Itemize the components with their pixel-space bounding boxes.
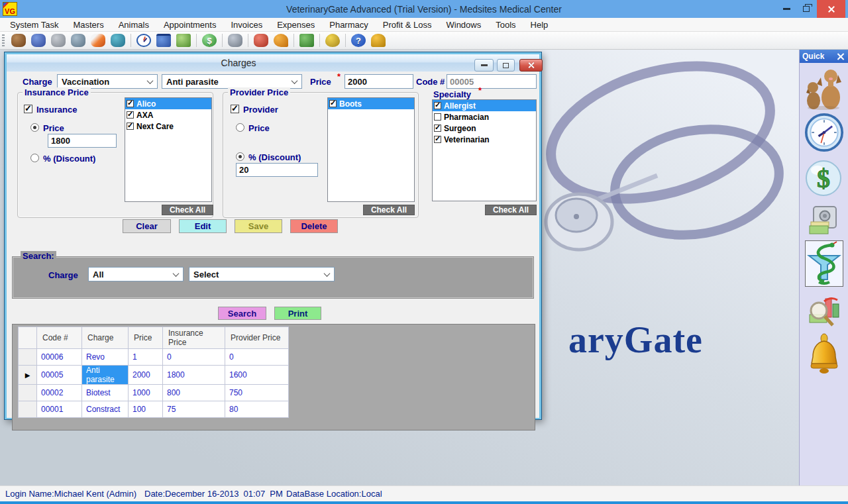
price-input[interactable]: [344, 74, 413, 89]
menu-windows[interactable]: Windows: [439, 18, 488, 32]
row-selector[interactable]: [19, 349, 37, 366]
dialog-minimize-button[interactable]: [474, 59, 494, 72]
menu-expenses[interactable]: Expenses: [270, 18, 322, 32]
search-category-dropdown[interactable]: All: [88, 267, 184, 281]
provider-discount-input[interactable]: [236, 163, 318, 177]
toolbar-separator: [319, 34, 320, 47]
expenses-safe-icon[interactable]: [808, 205, 839, 236]
list-item-veterinarian[interactable]: Veterinarian: [433, 134, 536, 145]
animals-icon[interactable]: [11, 34, 26, 47]
col-code[interactable]: Code #: [37, 327, 82, 349]
menu-masters[interactable]: Masters: [66, 18, 111, 32]
col-charge[interactable]: Charge: [82, 327, 129, 349]
help-icon[interactable]: ?: [351, 34, 366, 47]
quick-panel: Quick: [799, 50, 848, 485]
list-item-alico[interactable]: Alico: [125, 98, 211, 109]
pets-icon[interactable]: [805, 66, 843, 111]
table-row-selected[interactable]: ▶ 00005 Anti parasite 2000 1800 1600: [19, 366, 289, 385]
undo-icon[interactable]: [274, 34, 288, 47]
save-button[interactable]: Save: [235, 219, 282, 233]
code-input[interactable]: [447, 74, 537, 89]
checkbox-checked-icon[interactable]: [127, 123, 134, 130]
clients-icon[interactable]: [31, 34, 46, 47]
selected-row-marker[interactable]: ▶: [19, 366, 37, 385]
charge-name-dropdown[interactable]: Anti parasite: [162, 74, 302, 89]
reports-icon[interactable]: [299, 34, 314, 47]
invoice-icon[interactable]: [176, 34, 191, 47]
col-price[interactable]: Price: [129, 327, 163, 349]
list-item-next-care[interactable]: Next Care: [125, 121, 211, 132]
checkbox-checked-icon[interactable]: [434, 102, 441, 109]
list-item-surgeon[interactable]: Surgeon: [433, 123, 536, 134]
col-provider-price[interactable]: Provider Price: [225, 327, 289, 349]
menu-animals[interactable]: Animals: [111, 18, 156, 32]
menu-tools[interactable]: Tools: [488, 18, 523, 32]
menu-profit-loss[interactable]: Profit & Loss: [376, 18, 439, 32]
reminder-bell-icon[interactable]: [809, 333, 839, 374]
toolbar-grip[interactable]: [2, 34, 5, 46]
provider-check-all-button[interactable]: Check All: [363, 205, 415, 215]
appointments-clock-icon[interactable]: [804, 112, 844, 153]
search-button[interactable]: Search: [218, 307, 266, 320]
col-insurance-price[interactable]: Insurance Price: [163, 327, 225, 349]
expenses-icon[interactable]: [228, 34, 242, 47]
reminders-icon[interactable]: [325, 34, 340, 47]
print-button[interactable]: Print: [274, 307, 321, 320]
menu-pharmacy[interactable]: Pharmacy: [322, 18, 376, 32]
bell-icon[interactable]: [371, 34, 386, 47]
table-row[interactable]: 00006 Revo 1 0 0: [19, 349, 289, 366]
pet-care-icon[interactable]: [111, 34, 125, 47]
provider-discount-radio[interactable]: [236, 152, 244, 161]
menu-invoices[interactable]: Invoices: [223, 18, 270, 32]
medicine-icon[interactable]: [91, 34, 105, 47]
menu-system-task[interactable]: System Task: [3, 18, 66, 32]
list-item-axa[interactable]: AXA: [125, 109, 211, 121]
clock-icon[interactable]: [136, 34, 151, 47]
insurance-price-radio[interactable]: [30, 123, 39, 132]
status-date: Date:December 16-2013 01:07 PM: [144, 489, 283, 499]
edit-button[interactable]: Edit: [179, 219, 227, 233]
provider-price-radio[interactable]: [236, 123, 244, 132]
dialog-maximize-button[interactable]: [497, 59, 515, 72]
checkbox-checked-icon[interactable]: [434, 125, 441, 132]
row-selector[interactable]: [19, 385, 37, 401]
row-selector[interactable]: [19, 401, 37, 418]
window-minimize-button[interactable]: [776, 0, 796, 18]
table-row[interactable]: 00001 Constract 100 75 80: [19, 401, 289, 418]
menu-appointments[interactable]: Appointments: [156, 18, 224, 32]
window-close-button[interactable]: [817, 0, 845, 18]
checkbox-checked-icon[interactable]: [127, 111, 134, 119]
payments-icon[interactable]: $: [202, 34, 217, 47]
quick-panel-header[interactable]: Quick: [800, 50, 848, 63]
table-row[interactable]: 00002 Biotest 1000 800 750: [19, 385, 289, 401]
insurance-checkbox[interactable]: [24, 105, 32, 113]
quick-close-icon[interactable]: [837, 52, 845, 60]
list-item-allergist[interactable]: Allergist: [433, 100, 536, 111]
menu-help[interactable]: Help: [523, 18, 556, 32]
checkbox-checked-icon[interactable]: [434, 136, 441, 143]
checkbox-unchecked-icon[interactable]: [434, 113, 441, 121]
insurance-discount-radio[interactable]: [30, 154, 39, 162]
charges-dialog-titlebar[interactable]: Charges: [7, 54, 539, 72]
profit-loss-search-icon[interactable]: [807, 293, 841, 329]
list-item-pharmacian[interactable]: Pharmacian: [433, 111, 536, 123]
vaccine-icon[interactable]: [71, 34, 85, 47]
clear-button[interactable]: Clear: [123, 219, 171, 233]
checkbox-checked-icon[interactable]: [329, 100, 337, 107]
search-name-dropdown[interactable]: Select: [189, 267, 335, 281]
list-item-boots[interactable]: Boots: [328, 98, 414, 109]
provider-checkbox[interactable]: [231, 105, 239, 113]
specialty-check-all-button[interactable]: Check All: [485, 205, 537, 215]
pharmacy-bowl-icon[interactable]: [805, 240, 843, 287]
window-restore-button[interactable]: [796, 0, 816, 18]
checkbox-checked-icon[interactable]: [127, 100, 134, 107]
delete-button[interactable]: Delete: [290, 219, 338, 233]
grooming-icon[interactable]: [51, 34, 66, 47]
insurance-check-all-button[interactable]: Check All: [162, 205, 213, 215]
dialog-close-button[interactable]: [519, 59, 543, 72]
payments-dollar-icon[interactable]: $: [806, 158, 841, 198]
charge-category-dropdown[interactable]: Vaccination: [57, 74, 158, 89]
calendar-icon[interactable]: [156, 34, 171, 47]
pharmacy-icon[interactable]: [254, 34, 268, 47]
insurance-price-input[interactable]: [48, 134, 117, 148]
